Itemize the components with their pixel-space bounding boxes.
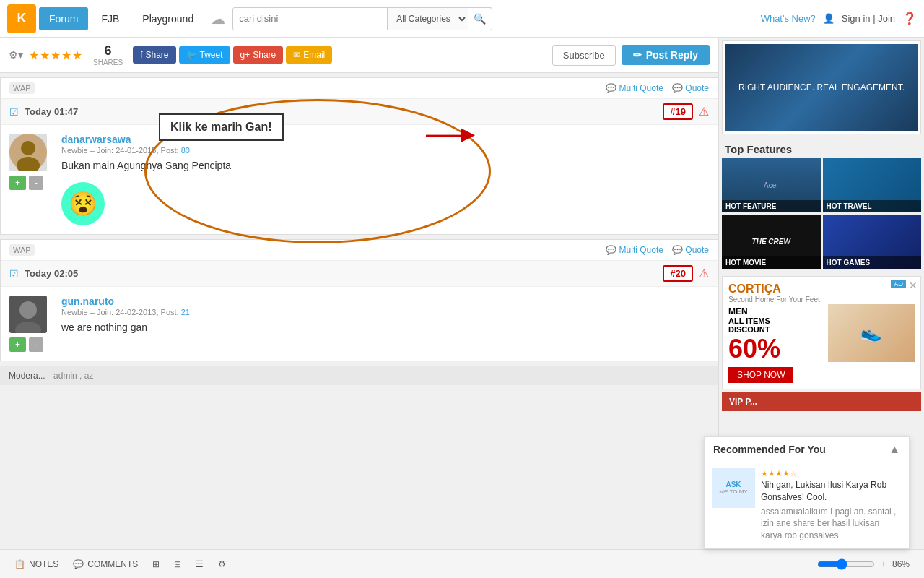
top-features-title: Top Features	[719, 137, 924, 158]
post-19-rep-up[interactable]: +	[9, 176, 26, 190]
zoom-slider[interactable]	[817, 558, 875, 570]
content-area: ⚙▾ ★★★★★ 6 SHARES f Share 🐦 Tweet g+ Sha…	[0, 38, 718, 578]
post-20-wap-icon: WAP	[9, 244, 35, 256]
recommended-item-0-text: ★★★★☆ Nih gan, Lukisan Ilusi Karya Rob G…	[761, 468, 902, 542]
pencil-icon: ✏	[633, 49, 642, 61]
cortica-shop-button[interactable]: SHOP NOW	[728, 367, 793, 383]
shares-label: SHARES	[93, 59, 123, 66]
post-20-rep-down[interactable]: -	[29, 337, 43, 352]
feature-travel-label: HOT TRAVEL	[823, 200, 922, 212]
cortica-all-items: ALL ITEMS	[728, 316, 822, 325]
feature-games[interactable]: HOT GAMES	[823, 215, 922, 269]
moderator-text: Modera...	[9, 371, 45, 381]
post-19-content: danarwarsawa Newbie – Join: 24-01-2015, …	[61, 134, 709, 225]
post-19-avatar-col: + -	[9, 134, 53, 225]
ad-text: RIGHT AUDIENCE. REAL ENGAGEMENT.	[738, 82, 905, 92]
tile-view-button[interactable]: ⊟	[174, 559, 181, 569]
post-19-avatar	[9, 134, 47, 171]
recommended-close-button[interactable]: ▲	[889, 443, 900, 456]
share-google-button[interactable]: g+ Share	[233, 46, 284, 64]
feature-travel[interactable]: HOT TRAVEL	[823, 158, 922, 212]
post-20-user-meta: Newbie – Join: 24-02-2013, Post: 21	[61, 308, 190, 316]
logo-button[interactable]: K	[7, 4, 36, 33]
post-19-post-count-link[interactable]: 80	[181, 146, 190, 155]
vip-bar: VIP P...	[722, 392, 921, 411]
recommended-panel: Recommended For You ▲ ASK ME TO MY ★★★★☆…	[704, 436, 910, 549]
tile-icon: ⊟	[174, 559, 181, 569]
post-20-top-actions: WAP 💬 Multi Quote 💬 Quote	[1, 240, 718, 261]
feature-hot-label: HOT FEATURE	[722, 200, 821, 212]
post-20-check-icon: ☑	[9, 268, 19, 280]
zoom-out-button[interactable]: −	[806, 558, 812, 569]
post-20-quote-button[interactable]: 💬 Quote	[672, 245, 709, 255]
post-20: WAP 💬 Multi Quote 💬 Quote ☑ Today 02:05 …	[0, 239, 718, 361]
twitter-icon: 🐦	[186, 50, 197, 60]
share-twitter-button[interactable]: 🐦 Tweet	[179, 46, 230, 64]
multi-quote-button[interactable]: 💬 Multi Quote	[606, 83, 663, 93]
comments-button[interactable]: 💬 COMMENTS	[73, 559, 138, 569]
quote-button[interactable]: 💬 Quote	[672, 83, 709, 93]
post-20-body: + - gun.naruto Newbie – Join: 24-02-2013…	[1, 287, 718, 361]
zoom-in-button[interactable]: +	[881, 558, 886, 569]
post-check-icon: ☑	[9, 106, 19, 118]
zoom-controls: − + 86%	[806, 558, 910, 570]
cortica-shoes-image: 👟	[828, 304, 915, 362]
nav-item-forum[interactable]: Forum	[39, 7, 88, 30]
nav-item-fjb[interactable]: FJB	[91, 7, 129, 30]
cortica-ad: ✕ AD CORTIÇA Second Home For Your Feet M…	[722, 276, 921, 389]
search-icon[interactable]: 🔍	[468, 10, 492, 27]
user-icon: 👤	[823, 13, 834, 24]
post-20-multi-quote-button[interactable]: 💬 Multi Quote	[606, 245, 663, 255]
post-20-username[interactable]: gun.naruto	[61, 296, 114, 307]
recommended-item-0-title[interactable]: Nih gan, Lukisan Ilusi Karya Rob Gonsalv…	[761, 479, 902, 504]
nav-item-playground[interactable]: Playground	[132, 7, 204, 30]
cortica-percent: 60%	[728, 334, 822, 364]
toolbar: ⚙▾ ★★★★★ 6 SHARES f Share 🐦 Tweet g+ Sha…	[0, 38, 718, 73]
share-buttons: f Share 🐦 Tweet g+ Share ✉ Email	[133, 46, 332, 64]
shares-count: 6	[105, 43, 112, 59]
whats-new-link[interactable]: What's New?	[761, 13, 816, 24]
post-19-report-icon[interactable]: ⚠	[699, 105, 709, 118]
post-19-rep-down[interactable]: -	[29, 176, 43, 190]
feature-hot[interactable]: Acer HOT FEATURE	[722, 158, 821, 212]
category-select[interactable]: All Categories	[387, 8, 468, 30]
sign-in-link[interactable]: Sign in | Join	[842, 13, 895, 24]
grid-view-button[interactable]: ⊞	[152, 559, 160, 569]
feature-movie[interactable]: THE CREW HOT MOVIE	[722, 215, 821, 269]
gear-icon[interactable]: ⚙▾	[9, 49, 23, 61]
admin-text: admin , az	[53, 371, 93, 381]
feature-movie-label: HOT MOVIE	[722, 256, 821, 269]
settings-view-button[interactable]: ⚙	[218, 559, 226, 569]
list-view-button[interactable]: ☰	[196, 559, 204, 569]
post-20-rep-up[interactable]: +	[9, 337, 26, 352]
features-grid: Acer HOT FEATURE HOT TRAVEL THE CREW HOT…	[719, 158, 924, 273]
list-icon: ☰	[196, 559, 204, 569]
post-19-body: + - danarwarsawa Newbie – Join: 24-01-20…	[1, 125, 718, 234]
google-plus-icon: g+	[240, 50, 250, 60]
cortica-category: MEN	[728, 306, 822, 316]
share-email-button[interactable]: ✉ Email	[286, 46, 332, 64]
post-19-username[interactable]: danarwarsawa	[61, 134, 131, 145]
cloud-icon[interactable]: ☁	[206, 10, 230, 27]
post-20-post-count-link[interactable]: 21	[181, 308, 190, 316]
top-navigation: K Forum FJB Playground ☁ All Categories …	[0, 0, 924, 38]
search-input[interactable]	[233, 10, 387, 27]
post-reply-button[interactable]: ✏ Post Reply	[622, 45, 710, 65]
share-facebook-button[interactable]: f Share	[133, 46, 175, 64]
settings-icon: ⚙	[218, 559, 226, 569]
post-20-avatar	[9, 296, 47, 333]
moderator-bar: Modera... admin , az	[0, 366, 718, 385]
post-20-number[interactable]: #20	[663, 265, 693, 282]
post-19-number[interactable]: #19	[663, 103, 693, 120]
subscribe-button[interactable]: Subscribe	[552, 45, 616, 66]
recommended-title: Recommended For You	[713, 444, 826, 455]
notes-button[interactable]: 📋 NOTES	[14, 559, 58, 569]
search-box: All Categories 🔍	[232, 7, 492, 30]
notes-icon: 📋	[14, 559, 25, 569]
post-19-text: Bukan main Agungnya Sang Pencipta	[61, 155, 709, 176]
facebook-icon: f	[140, 50, 142, 60]
cortica-close-button[interactable]: ✕	[909, 280, 918, 291]
help-icon[interactable]: ❓	[902, 12, 917, 25]
post-20-report-icon[interactable]: ⚠	[699, 267, 709, 280]
post-20-meta: ☑ Today 02:05 #20 ⚠	[1, 261, 718, 287]
